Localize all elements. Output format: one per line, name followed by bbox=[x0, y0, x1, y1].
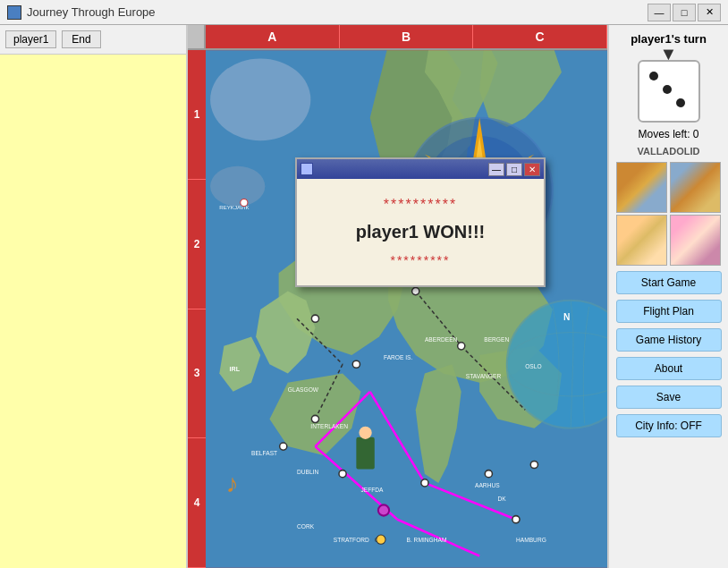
column-headers: A B C bbox=[188, 25, 607, 50]
svg-point-27 bbox=[458, 343, 465, 350]
close-button[interactable]: ✕ bbox=[698, 4, 721, 21]
dice[interactable] bbox=[638, 60, 700, 123]
flight-plan-button[interactable]: Flight Plan bbox=[616, 300, 722, 323]
app-title: Journey Through Europe bbox=[27, 5, 156, 19]
win-message: player1 WON!!! bbox=[311, 222, 529, 242]
map-background: 1 2 3 4 REYKJAVIK bbox=[188, 50, 607, 568]
map-thumbnail-1 bbox=[616, 162, 667, 213]
svg-text:BELFAST: BELFAST bbox=[251, 450, 277, 456]
header-spacer bbox=[188, 25, 206, 48]
svg-text:♪: ♪ bbox=[225, 469, 238, 497]
row-labels: 1 2 3 4 bbox=[188, 50, 206, 568]
svg-point-34 bbox=[421, 479, 428, 487]
map-svg: REYKJAVIK IRL bbox=[206, 50, 607, 568]
svg-point-8 bbox=[377, 535, 385, 544]
svg-point-32 bbox=[339, 471, 346, 478]
row-label-1: 1 bbox=[188, 50, 206, 180]
map-thumbnail-4 bbox=[670, 215, 721, 266]
board-area: A B C 1 2 3 4 bbox=[188, 25, 607, 568]
svg-text:CORK: CORK bbox=[297, 523, 315, 530]
left-panel: player1 End bbox=[0, 25, 188, 568]
left-content bbox=[0, 55, 186, 568]
city-info-button[interactable]: City Info: OFF bbox=[616, 414, 722, 437]
svg-point-1 bbox=[210, 58, 310, 140]
svg-text:STAVANGER: STAVANGER bbox=[466, 373, 502, 379]
about-button[interactable]: About bbox=[616, 357, 722, 380]
svg-point-55 bbox=[359, 427, 371, 439]
game-history-button[interactable]: Game History bbox=[616, 328, 722, 352]
svg-point-28 bbox=[311, 315, 318, 322]
dialog-maximize[interactable]: □ bbox=[506, 163, 522, 176]
dice-dot-2 bbox=[663, 85, 672, 94]
svg-text:STRATFORD: STRATFORD bbox=[334, 537, 369, 543]
map-content: REYKJAVIK IRL bbox=[206, 50, 607, 568]
svg-text:N: N bbox=[563, 312, 570, 322]
map-thumbnail-3 bbox=[616, 215, 667, 266]
dice-face bbox=[642, 64, 696, 118]
dice-dot-3 bbox=[676, 98, 685, 107]
dialog-icon bbox=[301, 163, 313, 175]
dialog-minimize[interactable]: — bbox=[488, 163, 504, 176]
col-header-a: A bbox=[206, 25, 340, 48]
win-dialog: — □ ✕ ********** player1 WON!!! ********… bbox=[295, 157, 546, 287]
svg-text:HAMBURG: HAMBURG bbox=[516, 537, 546, 543]
dice-dot-1 bbox=[649, 72, 658, 81]
svg-point-37 bbox=[530, 461, 538, 468]
start-game-button[interactable]: Start Game bbox=[616, 271, 722, 294]
win-stars-bottom: ********* bbox=[311, 253, 529, 267]
right-panel: player1's turn ▼ Moves left: 0 VALLADOLI… bbox=[607, 25, 728, 568]
window-controls: — □ ✕ bbox=[648, 4, 721, 21]
svg-text:ABERDEEN: ABERDEEN bbox=[425, 336, 458, 343]
col-header-c: C bbox=[473, 25, 607, 48]
minimize-button[interactable]: — bbox=[648, 4, 671, 21]
map-thumbnails bbox=[616, 162, 722, 266]
svg-text:AARHUS: AARHUS bbox=[475, 482, 500, 488]
maximize-button[interactable]: □ bbox=[673, 4, 696, 21]
save-button[interactable]: Save bbox=[616, 386, 722, 409]
title-bar: Journey Through Europe — □ ✕ bbox=[0, 0, 728, 25]
svg-point-30 bbox=[311, 415, 318, 422]
svg-point-4 bbox=[241, 199, 248, 207]
current-city: VALLADOLID bbox=[637, 146, 699, 157]
dialog-content: ********** player1 WON!!! ********* bbox=[297, 179, 544, 285]
svg-text:DUBLIN: DUBLIN bbox=[297, 469, 319, 475]
dialog-titlebar: — □ ✕ bbox=[297, 159, 544, 179]
svg-text:INTERLAKEN: INTERLAKEN bbox=[310, 423, 348, 429]
svg-point-33 bbox=[378, 504, 389, 515]
win-stars-top: ********** bbox=[311, 197, 529, 213]
svg-text:OSLO: OSLO bbox=[525, 363, 541, 369]
col-header-b: B bbox=[340, 25, 474, 48]
app-icon bbox=[7, 5, 21, 20]
dialog-close[interactable]: ✕ bbox=[524, 163, 540, 176]
row-label-2: 2 bbox=[188, 180, 206, 309]
svg-text:DK: DK bbox=[498, 496, 507, 502]
main-layout: player1 End A B C 1 2 3 4 bbox=[0, 25, 728, 568]
svg-text:FAROE IS.: FAROE IS. bbox=[384, 354, 413, 360]
svg-text:GLASGOW: GLASGOW bbox=[288, 386, 319, 393]
dialog-controls: — □ ✕ bbox=[488, 163, 540, 176]
svg-text:B. RMINGHAM: B. RMINGHAM bbox=[407, 537, 447, 543]
svg-point-35 bbox=[512, 516, 520, 523]
map-thumbnail-2 bbox=[670, 162, 721, 213]
svg-rect-54 bbox=[356, 437, 374, 470]
svg-text:IRL: IRL bbox=[230, 366, 241, 373]
player-controls: player1 End bbox=[0, 25, 186, 55]
end-button[interactable]: End bbox=[62, 30, 100, 48]
row-label-3: 3 bbox=[188, 309, 206, 439]
svg-point-36 bbox=[485, 471, 492, 478]
player-label: player1 bbox=[5, 30, 56, 48]
row-label-4: 4 bbox=[188, 438, 206, 568]
svg-point-29 bbox=[352, 360, 360, 368]
svg-text:JEFFDA: JEFFDA bbox=[360, 487, 384, 493]
svg-point-2 bbox=[210, 166, 265, 207]
svg-point-26 bbox=[412, 288, 419, 295]
moves-left: Moves left: 0 bbox=[638, 128, 698, 140]
svg-point-31 bbox=[280, 443, 287, 450]
svg-text:BERGEN: BERGEN bbox=[484, 336, 509, 343]
